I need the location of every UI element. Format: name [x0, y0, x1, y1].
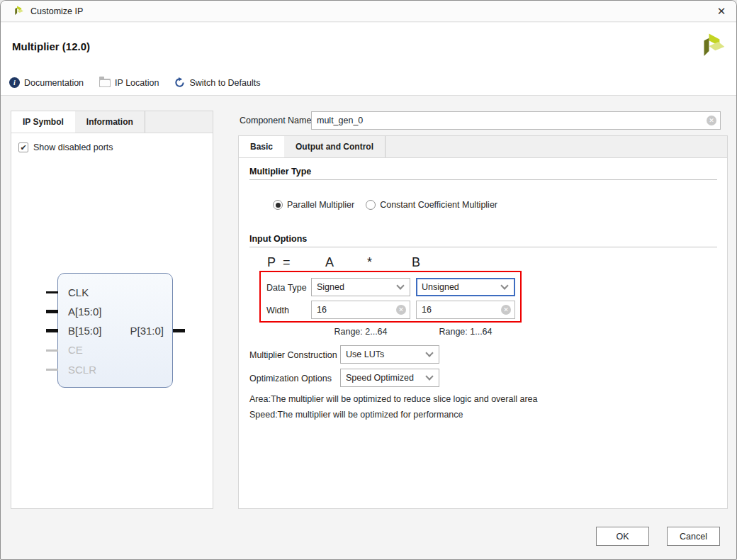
ip-location-button[interactable]: IP Location — [99, 78, 159, 88]
show-disabled-ports-label: Show disabled ports — [33, 142, 113, 152]
port-ce-label: CE — [68, 344, 83, 356]
equation-b: B — [412, 255, 420, 270]
chevron-down-icon — [425, 372, 433, 380]
clear-icon[interactable]: ✕ — [707, 116, 716, 125]
range-a-label: Range: 2...64 — [311, 327, 410, 337]
dialog-header: Multiplier (12.0) i Documentation IP Loc… — [1, 23, 736, 96]
checkbox-icon: ✔ — [18, 142, 28, 152]
b-stub — [46, 329, 58, 332]
p-stub — [173, 329, 185, 332]
app-logo-icon — [12, 5, 24, 17]
constant-coefficient-label: Constant Coefficient Multiplier — [380, 200, 497, 210]
customize-ip-dialog: Customize IP ✕ Multiplier (12.0) i Docum… — [0, 0, 737, 560]
chevron-down-icon — [500, 281, 508, 289]
divider — [249, 247, 717, 247]
constant-coefficient-radio[interactable]: Constant Coefficient Multiplier — [366, 200, 497, 210]
data-type-a-dropdown[interactable]: Signed — [311, 278, 410, 296]
show-disabled-ports-checkbox[interactable]: ✔ Show disabled ports — [18, 142, 113, 152]
parallel-multiplier-label: Parallel Multiplier — [287, 200, 354, 210]
close-icon[interactable]: ✕ — [712, 3, 731, 20]
tab-ip-symbol[interactable]: IP Symbol — [11, 111, 75, 133]
speed-note: Speed:The multiplier will be optimized f… — [249, 410, 463, 420]
documentation-button[interactable]: i Documentation — [9, 77, 84, 88]
chevron-down-icon — [396, 281, 404, 289]
data-type-label: Data Type — [266, 283, 307, 293]
folder-icon — [99, 79, 111, 87]
ce-stub — [46, 349, 58, 352]
optimization-options-value: Speed Optimized — [346, 373, 414, 383]
width-a-input[interactable] — [311, 301, 410, 319]
width-b-input[interactable] — [416, 301, 515, 319]
optimization-options-label: Optimization Options — [249, 374, 332, 383]
component-name-label: Component Name — [240, 116, 311, 125]
ip-symbol-panel: IP Symbol Information ✔ Show disabled po… — [11, 111, 213, 509]
equation-p: P — [267, 255, 276, 270]
sclr-stub — [46, 369, 58, 371]
radio-selected-icon — [273, 200, 283, 210]
clear-icon[interactable]: ✕ — [396, 305, 406, 315]
a-stub — [46, 310, 58, 313]
ip-core-title: Multiplier (12.0) — [12, 40, 90, 52]
main-tabstrip: Basic Output and Control — [239, 136, 727, 158]
title-bar: Customize IP ✕ — [1, 1, 736, 22]
port-b-label: B[15:0] — [68, 325, 102, 337]
multiplier-type-heading: Multiplier Type — [249, 167, 311, 177]
chevron-down-icon — [425, 349, 433, 357]
multiplier-construction-label: Multiplier Construction — [249, 350, 337, 360]
ok-button[interactable]: OK — [596, 527, 649, 546]
divider — [249, 179, 717, 180]
width-b-field-wrap: ✕ — [416, 301, 515, 319]
data-type-b-value: Unsigned — [422, 282, 459, 292]
clear-icon[interactable]: ✕ — [501, 305, 511, 315]
area-note: Area:The multiplier will be optimized to… — [249, 394, 537, 404]
vendor-logo — [697, 31, 726, 61]
clk-stub — [46, 291, 58, 293]
data-type-b-dropdown[interactable]: Unsigned — [416, 278, 515, 296]
toolbar: i Documentation IP Location Switch to De… — [9, 77, 260, 88]
refresh-icon — [174, 77, 185, 88]
window-title: Customize IP — [30, 6, 83, 16]
port-clk-label: CLK — [68, 286, 89, 298]
component-name-row: Component Name ✕ — [240, 111, 317, 130]
switch-to-defaults-label: Switch to Defaults — [189, 78, 260, 88]
info-icon: i — [9, 77, 20, 88]
ip-symbol-diagram: CLK A[15:0] B[15:0] CE SCLR P[31:0] — [57, 273, 173, 388]
equation-eq: = — [283, 255, 291, 270]
tab-information[interactable]: Information — [75, 111, 145, 133]
multiplier-construction-value: Use LUTs — [346, 349, 384, 359]
component-name-input[interactable] — [311, 111, 721, 130]
cancel-button[interactable]: Cancel — [667, 527, 720, 546]
range-b-label: Range: 1...64 — [416, 327, 515, 337]
equation-a: A — [325, 255, 334, 270]
tab-basic[interactable]: Basic — [239, 136, 284, 157]
port-sclr-label: SCLR — [68, 364, 96, 376]
multiplier-construction-dropdown[interactable]: Use LUTs — [340, 345, 439, 364]
configuration-panel: Basic Output and Control Multiplier Type… — [238, 135, 728, 509]
switch-to-defaults-button[interactable]: Switch to Defaults — [174, 77, 260, 88]
tab-output-and-control[interactable]: Output and Control — [284, 136, 386, 157]
equation-star: * — [367, 255, 372, 270]
documentation-label: Documentation — [24, 78, 84, 88]
radio-unselected-icon — [366, 200, 376, 210]
data-type-a-value: Signed — [317, 282, 344, 292]
input-options-heading: Input Options — [249, 234, 307, 244]
width-label: Width — [266, 306, 289, 315]
left-tabstrip: IP Symbol Information — [11, 111, 213, 133]
parallel-multiplier-radio[interactable]: Parallel Multiplier — [273, 200, 354, 210]
ip-location-label: IP Location — [115, 78, 159, 88]
optimization-options-dropdown[interactable]: Speed Optimized — [340, 369, 439, 387]
port-p-label: P[31:0] — [130, 325, 164, 337]
port-a-label: A[15:0] — [68, 306, 102, 318]
width-a-field-wrap: ✕ — [311, 301, 410, 319]
multiplier-type-options: Parallel Multiplier Constant Coefficient… — [273, 200, 497, 210]
